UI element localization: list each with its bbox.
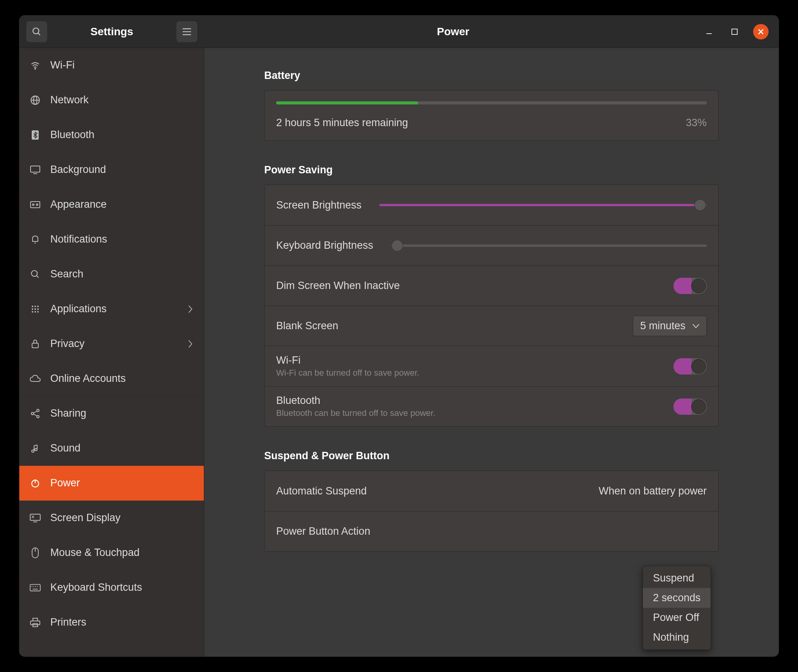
screen-brightness-slider[interactable] [379,204,707,206]
maximize-button[interactable] [728,25,742,39]
sidebar-item-label: Mouse & Touchpad [50,547,140,559]
svg-line-36 [33,414,37,416]
power-saving-section-title: Power Saving [264,164,719,176]
sidebar-item-label: Network [50,94,89,106]
bluetooth-toggle-sub: Bluetooth can be turned off to save powe… [276,408,436,418]
menu-item-power-off[interactable]: Power Off [643,608,711,628]
svg-point-20 [31,270,37,276]
content-area: Battery 2 hours 5 minutes remaining 33% … [204,48,779,657]
svg-rect-53 [33,618,38,621]
screen-icon [29,512,41,524]
sidebar-item-notifications[interactable]: Notifications [19,222,204,257]
wifi-switch[interactable] [673,358,707,374]
svg-point-9 [35,68,36,69]
sidebar-item-power[interactable]: Power [19,466,204,501]
hamburger-button[interactable] [176,21,197,42]
sidebar-item-label: Applications [50,303,107,315]
bluetooth-icon [29,129,41,141]
menu-item-2-seconds[interactable]: 2 seconds [643,588,711,608]
sidebar-item-screen-display[interactable]: Screen Display [19,501,204,535]
sidebar-item-applications[interactable]: Applications [19,292,204,327]
bluetooth-switch[interactable] [673,398,707,415]
sidebar-item-bluetooth[interactable]: Bluetooth [19,118,204,152]
share-icon [29,408,41,419]
close-icon [757,28,764,35]
sidebar-item-mouse-touchpad[interactable]: Mouse & Touchpad [19,535,204,570]
svg-point-26 [34,308,36,310]
cloud-icon [29,373,41,385]
sidebar-item-background[interactable]: Background [19,152,204,187]
sidebar-item-label: Notifications [50,233,107,245]
sound-icon [29,443,41,454]
app-title: Settings [53,26,171,38]
appearance-icon [29,199,41,210]
sidebar-item-label: Privacy [50,338,85,350]
svg-line-39 [34,445,37,446]
search-button[interactable] [26,21,47,42]
svg-point-17 [32,204,34,205]
power-button-action-menu: Suspend2 secondsPower OffNothing [643,566,711,650]
maximize-icon [731,28,738,35]
close-button[interactable] [753,24,769,39]
sidebar-item-label: Bluetooth [50,129,94,141]
battery-panel: 2 hours 5 minutes remaining 33% [264,90,719,141]
sidebar-item-sharing[interactable]: Sharing [19,396,204,431]
titlebar-left: Settings [19,21,204,42]
dim-screen-label: Dim Screen When Inactive [276,280,400,292]
svg-line-35 [33,411,37,413]
svg-point-38 [35,448,37,451]
sidebar-item-sound[interactable]: Sound [19,431,204,466]
blank-screen-label: Blank Screen [276,320,338,332]
wifi-toggle-sub: Wi-Fi can be turned off to save power. [276,368,419,378]
display-icon [29,164,41,176]
search-icon [29,268,41,280]
svg-rect-42 [30,514,40,520]
automatic-suspend-value: When on battery power [599,485,707,497]
power-button-action-label: Power Button Action [276,525,370,537]
hamburger-icon [182,28,192,36]
sidebar-item-label: Wi-Fi [50,59,75,71]
sidebar-item-printers[interactable]: Printers [19,605,204,640]
sidebar-item-label: Sound [50,442,80,454]
bell-icon [29,234,41,245]
sidebar-item-network[interactable]: Network [19,83,204,118]
svg-point-27 [37,308,39,310]
sidebar-item-search[interactable]: Search [19,257,204,292]
sidebar-item-label: Power [50,477,80,489]
automatic-suspend-row[interactable]: Automatic Suspend When on battery power [265,471,718,511]
svg-point-37 [32,450,34,452]
globe-icon [29,94,41,106]
sidebar-item-label: Appearance [50,198,107,210]
automatic-suspend-label: Automatic Suspend [276,485,367,497]
sidebar-item-label: Keyboard Shortcuts [50,581,142,593]
sidebar-item-appearance[interactable]: Appearance [19,187,204,222]
power-button-action-row[interactable]: Power Button Action [265,511,718,551]
menu-item-suspend[interactable]: Suspend [643,568,711,588]
minimize-button[interactable] [702,25,716,39]
svg-point-0 [33,28,39,34]
battery-percent-text: 33% [686,117,707,129]
svg-rect-6 [732,29,737,34]
lock-icon [29,338,41,350]
sidebar-item-label: Sharing [50,407,86,419]
screen-brightness-label: Screen Brightness [276,199,362,211]
sidebar-item-privacy[interactable]: Privacy [19,327,204,361]
power-saving-panel: Screen Brightness Keyboard Brightness [264,185,719,427]
menu-item-nothing[interactable]: Nothing [643,628,711,647]
sidebar-item-online-accounts[interactable]: Online Accounts [19,361,204,396]
sidebar-item-label: Search [50,268,84,280]
keyboard-brightness-slider[interactable] [391,245,707,247]
grid-icon [29,303,41,315]
suspend-section-title: Suspend & Power Button [264,450,719,462]
titlebar: Settings Power [19,15,779,48]
sidebar-item-wi-fi[interactable]: Wi-Fi [19,48,204,83]
bluetooth-toggle-label: Bluetooth [276,395,436,407]
search-icon [32,27,42,37]
svg-point-29 [34,311,36,313]
blank-screen-select[interactable]: 5 minutes [633,316,707,336]
sidebar-item-label: Screen Display [50,512,121,524]
chevron-right-icon [188,339,193,349]
dim-screen-switch[interactable] [673,278,707,294]
sidebar-item-keyboard-shortcuts[interactable]: Keyboard Shortcuts [19,570,204,605]
svg-point-34 [37,416,39,418]
